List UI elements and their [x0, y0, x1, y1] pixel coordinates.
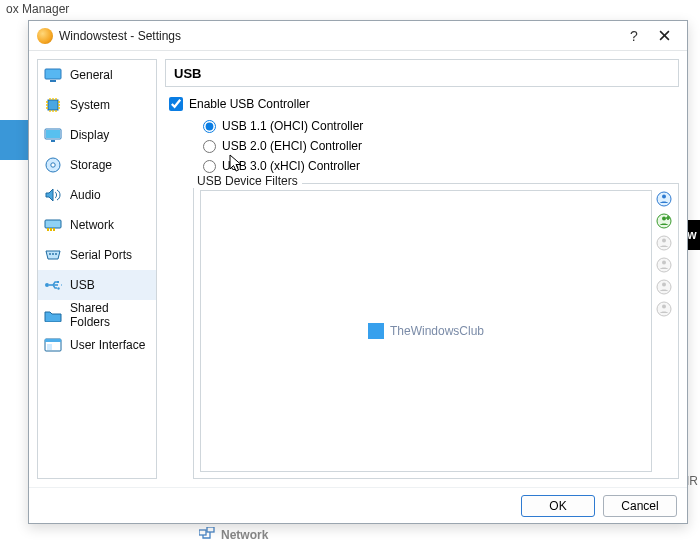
category-sidebar: General System Display Storage Audio Net…	[37, 59, 157, 479]
usb11-radio[interactable]	[203, 120, 216, 133]
sidebar-item-label: System	[70, 98, 110, 112]
sidebar-item-audio[interactable]: Audio	[38, 180, 156, 210]
sidebar-item-label: Display	[70, 128, 109, 142]
filters-listbox[interactable]: TheWindowsClub	[200, 190, 652, 472]
sidebar-item-shared-folders[interactable]: Shared Folders	[38, 300, 156, 330]
usb11-radio-row[interactable]: USB 1.1 (OHCI) Controller	[203, 119, 679, 133]
watermark: TheWindowsClub	[368, 323, 484, 339]
usb-device-filters-group: USB Device Filters TheWindowsClub	[179, 181, 679, 479]
filter-buttons	[654, 184, 678, 478]
sidebar-item-label: Serial Ports	[70, 248, 132, 262]
sidebar-item-display[interactable]: Display	[38, 120, 156, 150]
svg-rect-3	[50, 80, 56, 82]
display-icon	[44, 126, 62, 144]
svg-point-26	[662, 217, 666, 221]
watermark-icon	[368, 323, 384, 339]
sidebar-item-label: Audio	[70, 188, 101, 202]
parent-network-heading: Network	[199, 527, 268, 542]
sidebar-item-label: Network	[70, 218, 114, 232]
radio-label: USB 3.0 (xHCI) Controller	[222, 159, 360, 173]
add-empty-filter-button[interactable]	[655, 190, 673, 208]
usb30-radio-row[interactable]: USB 3.0 (xHCI) Controller	[203, 159, 679, 173]
svg-rect-11	[47, 228, 49, 231]
close-button[interactable]	[649, 24, 679, 48]
network-icon	[199, 527, 215, 542]
serial-port-icon	[44, 246, 62, 264]
svg-point-14	[49, 253, 51, 255]
svg-point-9	[51, 163, 55, 167]
usb20-radio-row[interactable]: USB 2.0 (EHCI) Controller	[203, 139, 679, 153]
cancel-button[interactable]: Cancel	[603, 495, 677, 517]
sidebar-item-label: User Interface	[70, 338, 145, 352]
monitor-icon	[44, 66, 62, 84]
window-icon	[44, 336, 62, 354]
svg-rect-2	[45, 69, 61, 79]
remove-filter-button	[655, 256, 673, 274]
usb-controller-radio-group: USB 1.1 (OHCI) Controller USB 2.0 (EHCI)…	[165, 115, 679, 177]
enable-usb-checkbox[interactable]	[169, 97, 183, 111]
parent-selection-strip	[0, 120, 30, 160]
app-icon	[37, 28, 53, 44]
svg-point-19	[57, 287, 59, 289]
svg-rect-12	[50, 228, 52, 231]
usb20-radio[interactable]	[203, 140, 216, 153]
svg-rect-10	[45, 220, 61, 228]
svg-rect-0	[199, 530, 206, 535]
svg-point-30	[662, 261, 666, 265]
radio-label: USB 1.1 (OHCI) Controller	[222, 119, 363, 133]
sidebar-item-serial-ports[interactable]: Serial Ports	[38, 240, 156, 270]
sidebar-item-label: Shared Folders	[70, 301, 150, 329]
titlebar: Windowstest - Settings ?	[29, 21, 687, 51]
usb30-radio[interactable]	[203, 160, 216, 173]
disk-icon	[44, 156, 62, 174]
svg-rect-21	[45, 339, 61, 342]
sidebar-item-usb[interactable]: USB	[38, 270, 156, 300]
close-icon	[659, 30, 670, 41]
svg-point-34	[662, 305, 666, 309]
panel-header: USB	[165, 59, 679, 87]
speaker-icon	[44, 186, 62, 204]
svg-point-27	[657, 236, 671, 250]
svg-rect-4	[48, 100, 58, 110]
settings-dialog: Windowstest - Settings ? General System …	[28, 20, 688, 524]
sidebar-item-system[interactable]: System	[38, 90, 156, 120]
radio-label: USB 2.0 (EHCI) Controller	[222, 139, 362, 153]
filters-label: USB Device Filters	[193, 174, 302, 188]
ok-button[interactable]: OK	[521, 495, 595, 517]
svg-point-29	[657, 258, 671, 272]
sidebar-item-label: General	[70, 68, 113, 82]
add-filter-from-device-button[interactable]	[655, 212, 673, 230]
svg-point-16	[55, 253, 57, 255]
edit-filter-button	[655, 234, 673, 252]
svg-point-17	[45, 283, 49, 287]
svg-point-23	[657, 192, 671, 206]
sidebar-item-user-interface[interactable]: User Interface	[38, 330, 156, 360]
svg-point-28	[662, 239, 666, 243]
move-filter-up-button	[655, 278, 673, 296]
svg-rect-7	[51, 140, 55, 142]
svg-point-15	[52, 253, 54, 255]
settings-panel: USB Enable USB Controller USB 1.1 (OHCI)…	[165, 59, 679, 479]
sidebar-item-label: Storage	[70, 158, 112, 172]
enable-usb-label: Enable USB Controller	[189, 97, 310, 111]
svg-rect-13	[53, 228, 55, 231]
folder-icon	[44, 306, 62, 324]
enable-usb-checkbox-row[interactable]: Enable USB Controller	[165, 97, 679, 111]
svg-rect-18	[57, 281, 59, 283]
help-button[interactable]: ?	[619, 24, 649, 48]
network-card-icon	[44, 216, 62, 234]
svg-point-32	[662, 283, 666, 287]
svg-point-25	[657, 214, 671, 228]
dialog-title: Windowstest - Settings	[59, 29, 181, 43]
sidebar-item-general[interactable]: General	[38, 60, 156, 90]
svg-point-31	[657, 280, 671, 294]
dialog-button-bar: OK Cancel	[29, 487, 687, 523]
usb-icon	[44, 276, 62, 294]
svg-point-24	[662, 195, 666, 199]
chip-icon	[44, 96, 62, 114]
svg-rect-22	[47, 344, 52, 350]
svg-rect-1	[207, 527, 214, 532]
sidebar-item-storage[interactable]: Storage	[38, 150, 156, 180]
parent-window-title: ox Manager	[6, 0, 69, 18]
sidebar-item-network[interactable]: Network	[38, 210, 156, 240]
